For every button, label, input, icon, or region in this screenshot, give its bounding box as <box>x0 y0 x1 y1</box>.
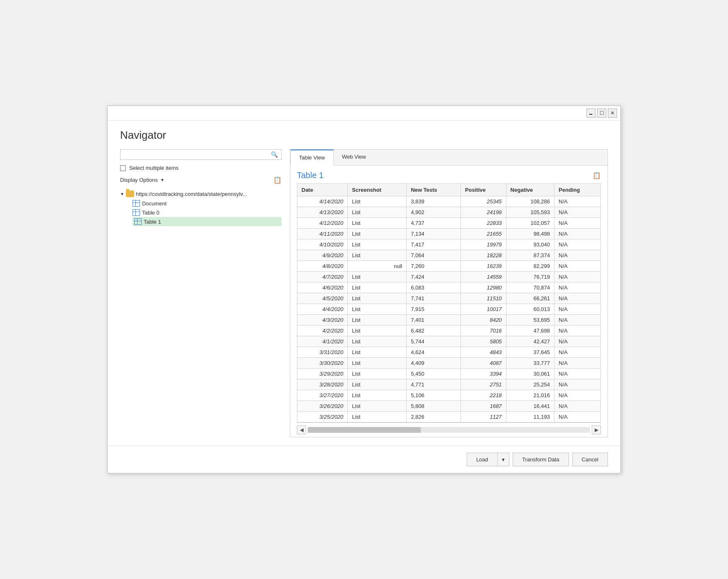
table-cell: 3,839 <box>407 196 461 207</box>
data-table: Date Screenshot New Tests Positive Negat… <box>297 183 601 422</box>
table-cell: 5805 <box>460 336 506 347</box>
table-cell: 7,134 <box>407 229 461 239</box>
table-cell: 24199 <box>460 207 506 218</box>
table-cell: 1127 <box>460 412 506 422</box>
table-cell: 93,040 <box>506 239 554 250</box>
table-cell: 5,744 <box>407 336 461 347</box>
table-row: 4/1/2020List5,744580542,427N/A <box>297 336 601 347</box>
table-cell: 4,624 <box>407 347 461 358</box>
display-options-button[interactable]: Display Options ▼ <box>120 177 164 183</box>
table-row: 3/28/2020List4,771275125,254N/A <box>297 379 601 390</box>
table-cell: N/A <box>554 358 601 369</box>
scroll-track[interactable] <box>308 427 590 433</box>
table-cell: N/A <box>554 218 601 229</box>
table-cell: 7,260 <box>407 261 461 272</box>
transform-data-button[interactable]: Transform Data <box>513 453 569 466</box>
table-cell: 4/5/2020 <box>297 293 348 304</box>
table-cell: N/A <box>554 347 601 358</box>
window-body: Navigator 🔍 Select multiple items Displa <box>108 121 620 446</box>
right-panel: Table View Web View Table 1 📋 <box>290 149 608 437</box>
display-options-label: Display Options <box>120 177 158 183</box>
tab-table-view[interactable]: Table View <box>290 150 334 166</box>
table-cell: N/A <box>554 261 601 272</box>
col-pending: Pending <box>554 184 601 196</box>
table-cell: 5,808 <box>407 401 461 412</box>
close-button[interactable]: ✕ <box>608 109 617 118</box>
table-cell: 2751 <box>460 379 506 390</box>
tree-item-document[interactable]: Document <box>133 199 282 208</box>
table-cell: 7,424 <box>407 272 461 282</box>
window-controls: 🗕 ☐ ✕ <box>586 109 617 118</box>
table-cell: List <box>348 390 407 401</box>
table-cell: N/A <box>554 315 601 326</box>
table-cell: N/A <box>554 401 601 412</box>
table-cell: List <box>348 412 407 422</box>
load-chevron-icon: ▼ <box>501 457 506 462</box>
table-cell: List <box>348 250 407 261</box>
document-icon <box>133 200 140 207</box>
table-cell: List <box>348 196 407 207</box>
table-cell: 4,409 <box>407 358 461 369</box>
table-export-icon[interactable]: 📋 <box>593 171 601 179</box>
table-cell: 7016 <box>460 326 506 336</box>
table-cell: List <box>348 379 407 390</box>
scroll-left-button[interactable]: ◀ <box>297 425 306 434</box>
table-cell: List <box>348 207 407 218</box>
table-cell: 33,777 <box>506 358 554 369</box>
table-cell: 4/3/2020 <box>297 315 348 326</box>
bottom-bar: Load ▼ Transform Data Cancel <box>108 446 620 473</box>
load-button[interactable]: Load <box>467 453 497 466</box>
tree-item-table0[interactable]: Table 0 <box>133 208 282 217</box>
table-container: Table 1 📋 Date Screenshot New Tests Posi… <box>290 166 607 437</box>
tree-root[interactable]: ▼ https://covidtracking.com/data/state/p… <box>120 189 282 199</box>
cancel-button[interactable]: Cancel <box>572 453 608 466</box>
table-cell: 4,902 <box>407 207 461 218</box>
table-cell: 108,286 <box>506 196 554 207</box>
table-cell: 3/27/2020 <box>297 390 348 401</box>
search-icon: 🔍 <box>271 151 278 158</box>
table-cell: List <box>348 229 407 239</box>
table-cell: 10017 <box>460 304 506 315</box>
table-cell: N/A <box>554 336 601 347</box>
table-cell: 1687 <box>460 401 506 412</box>
table-cell: 4/2/2020 <box>297 326 348 336</box>
tab-web-view[interactable]: Web View <box>334 150 374 165</box>
col-date: Date <box>297 184 348 196</box>
table-cell: List <box>348 304 407 315</box>
load-dropdown-button[interactable]: ▼ <box>497 453 509 466</box>
table-cell: N/A <box>554 326 601 336</box>
scroll-right-button[interactable]: ▶ <box>592 425 601 434</box>
minimize-button[interactable]: 🗕 <box>586 109 595 118</box>
maximize-button[interactable]: ☐ <box>597 109 606 118</box>
table1-icon <box>134 218 142 225</box>
tree-item-table1[interactable]: Table 1 <box>133 217 282 226</box>
select-multiple-checkbox[interactable] <box>120 165 126 171</box>
table-cell: List <box>348 347 407 358</box>
search-input[interactable] <box>124 152 271 158</box>
table-cell: 21655 <box>460 229 506 239</box>
table-row: 3/31/2020List4,624484337,645N/A <box>297 347 601 358</box>
table-cell: N/A <box>554 239 601 250</box>
table-cell: 7,741 <box>407 293 461 304</box>
table-cell: 18228 <box>460 250 506 261</box>
table-cell: 7,417 <box>407 239 461 250</box>
table-cell: 6,083 <box>407 282 461 293</box>
load-button-group: Load ▼ <box>467 453 509 466</box>
table-row: 4/4/2020List7,9151001760,013N/A <box>297 304 601 315</box>
tree-item-document-label: Document <box>142 200 166 207</box>
table-row: 4/8/2020null7,2601623982,299N/A <box>297 261 601 272</box>
table-cell: N/A <box>554 196 601 207</box>
table-row: 4/5/2020List7,7411151066,261N/A <box>297 293 601 304</box>
table-cell: 22833 <box>460 218 506 229</box>
table-cell: N/A <box>554 207 601 218</box>
table-cell: 3/30/2020 <box>297 358 348 369</box>
table-row: 4/2/2020List6,482701647,698N/A <box>297 326 601 336</box>
table-cell: 4/8/2020 <box>297 261 348 272</box>
left-panel: 🔍 Select multiple items Display Options … <box>120 149 282 437</box>
table-cell: 3394 <box>460 369 506 379</box>
select-multiple-row: Select multiple items <box>120 165 282 171</box>
export-icon[interactable]: 📋 <box>273 176 282 184</box>
navigator-window: 🗕 ☐ ✕ Navigator 🔍 <box>107 106 621 473</box>
table-cell: 4,737 <box>407 218 461 229</box>
table-row: 4/3/2020List7,401842053,695N/A <box>297 315 601 326</box>
